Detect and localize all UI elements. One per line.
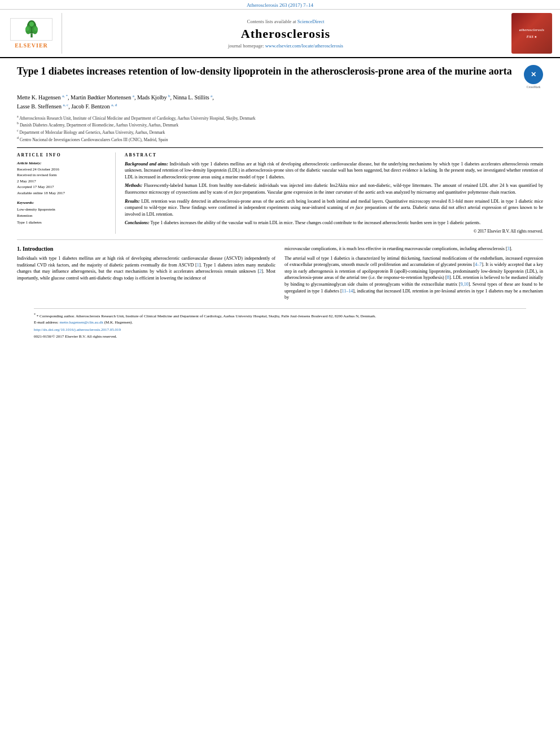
journal-logo-text: atherosclerosis <box>519 28 545 33</box>
section-divider-intro <box>17 239 543 240</box>
article-history-section: Article history: Received 24 October 201… <box>17 161 110 196</box>
sciencedirect-link[interactable]: ScienceDirect <box>298 19 325 24</box>
keyword-1: Low-density lipoprotein <box>17 207 110 213</box>
intro-paragraph-2: microvascular complications, it is much … <box>285 246 543 252</box>
intro-col-left: 1. Introduction Individuals with type 1 … <box>17 246 275 304</box>
journal-title: Atherosclerosis <box>241 27 330 41</box>
ref-9-10[interactable]: 9,10 <box>461 282 469 287</box>
ref-11-14[interactable]: 11–14 <box>342 289 353 294</box>
abstract-background: Background and aims: Individuals with ty… <box>125 161 543 181</box>
keywords-section: Keywords: Low-density lipoprotein Retent… <box>17 200 110 226</box>
author-sup-6: a, d <box>111 103 117 107</box>
background-text: Individuals with type 1 diabetes mellitu… <box>125 161 543 180</box>
ref-4-7[interactable]: 4–7 <box>475 262 482 267</box>
conclusions-label: Conclusions: <box>125 220 150 225</box>
results-label: Results: <box>125 199 140 204</box>
abstract-results: Results: LDL retention was readily detec… <box>125 198 543 218</box>
article-info-column: ARTICLE INFO Article history: Received 2… <box>17 152 116 234</box>
intro-col-right: microvascular complications, it is much … <box>285 246 543 304</box>
intro-paragraph-3: The arterial wall of type 1 diabetics is… <box>285 255 543 301</box>
abstract-copyright: © 2017 Elsevier B.V. All rights reserved… <box>125 229 543 234</box>
introduction-section: 1. Introduction Individuals with type 1 … <box>17 246 543 304</box>
abstract-heading: ABSTRACT <box>125 152 543 158</box>
article-title: Type 1 diabetes increases retention of l… <box>17 65 518 78</box>
author-sup-1: a, * <box>62 94 68 98</box>
abstract-column: ABSTRACT Background and aims: Individual… <box>125 152 543 234</box>
footnote-corresponding: * * Corresponding author. Atherosclerosi… <box>34 312 526 320</box>
svg-point-4 <box>29 22 33 27</box>
author-name-3: Mads Kjolby <box>137 94 167 101</box>
methods-label: Methods: <box>125 183 142 188</box>
homepage-line: journal homepage: www.elsevier.com/locat… <box>228 43 343 49</box>
author-name-6: Jacob F. Bentzon <box>71 104 110 110</box>
received-revised-label: Received in revised form <box>17 172 110 178</box>
keywords-heading: Keywords: <box>17 200 110 205</box>
journal-logo-fas: FAS ● <box>527 35 537 38</box>
footer-links: http://dx.doi.org/10.1016/j.atherosclero… <box>34 327 526 339</box>
journal-center-info: Contents lists available at ScienceDirec… <box>67 13 505 54</box>
affiliation-c: c Department of Molecular Biology and Ge… <box>17 128 543 136</box>
abstract-conclusions: Conclusions: Type 1 diabetes increases t… <box>125 220 543 226</box>
intro-paragraph-1: Individuals with type 1 diabetes mellitu… <box>17 255 275 281</box>
article-history-heading: Article history: <box>17 161 110 165</box>
journal-citation-bar: Atherosclerosis 263 (2017) 7–14 <box>0 0 560 10</box>
affiliation-a: a Atherosclerosis Research Unit, Institu… <box>17 114 543 121</box>
keyword-2: Retention <box>17 213 110 219</box>
author-name-1: Mette K. Hagensen <box>17 94 60 101</box>
conclusions-text: Type 1 diabetes increases the ability of… <box>150 220 480 225</box>
contents-available-text: Contents lists available at <box>247 19 298 24</box>
footnote-email: E-mail address: mette.hagensen@clin.au.d… <box>34 320 526 326</box>
affiliation-d: d Centro Nacional de Investigaciones Car… <box>17 136 543 143</box>
homepage-text: journal homepage: <box>228 43 265 49</box>
ref-1[interactable]: 1 <box>197 263 199 268</box>
abstract-methods: Methods: Fluorescently-labeled human LDL… <box>125 182 543 195</box>
ref-2[interactable]: 2 <box>259 269 261 274</box>
intro-section-heading: Introduction <box>23 246 53 252</box>
received-date: Received 24 October 2016 <box>17 167 110 173</box>
available-date: Available online 18 May 2017 <box>17 190 110 196</box>
email-label: E-mail address: <box>34 320 59 325</box>
elsevier-tree-icon <box>23 20 40 38</box>
elsevier-logo-container: ELSEVIER <box>6 13 62 54</box>
article-footer: * * Corresponding author. Atherosclerosi… <box>34 308 526 342</box>
article-info-heading: ARTICLE INFO <box>17 152 110 158</box>
svg-point-6 <box>34 27 38 31</box>
footnote-star-sup: * <box>34 313 36 316</box>
author-name-4: Ninna L. Stillits <box>173 94 209 101</box>
article-title-row: Type 1 diabetes increases retention of l… <box>17 65 543 89</box>
crossmark-wrapper: CrossMark <box>524 65 543 89</box>
author-sup-4: a <box>211 94 212 98</box>
journal-citation: Atherosclerosis 263 (2017) 7–14 <box>247 2 313 8</box>
intro-section-number: 1. <box>17 246 21 252</box>
journal-logo-container: atherosclerosis FAS ● <box>509 13 554 54</box>
authors-line: Mette K. Hagensen a, *, Martin Bødtker M… <box>17 93 543 112</box>
elsevier-icon <box>10 18 53 41</box>
crossmark-icon[interactable] <box>524 65 543 84</box>
journal-logo-box: atherosclerosis FAS ● <box>511 13 552 54</box>
author-name-5: Lasse B. Steffensen <box>17 104 62 110</box>
author-sup-5: a, c <box>63 103 68 107</box>
ref-8[interactable]: 8 <box>447 275 449 280</box>
main-body: 1. Introduction Individuals with type 1 … <box>0 239 560 342</box>
results-text: LDL retention was readily detected in at… <box>125 199 543 217</box>
author-name-2: Martin Bødtker Mortensen <box>71 94 131 101</box>
doi-link[interactable]: http://dx.doi.org/10.1016/j.atherosclero… <box>34 327 526 332</box>
journal-header: ELSEVIER Contents lists available at Sci… <box>0 10 560 58</box>
contents-available-line: Contents lists available at ScienceDirec… <box>247 19 325 24</box>
email-link[interactable]: mette.hagensen@clin.au.dk <box>60 320 103 325</box>
article-info-abstract-section: ARTICLE INFO Article history: Received 2… <box>17 147 543 234</box>
elsevier-name-label: ELSEVIER <box>15 42 48 49</box>
affiliation-b: b Danish Diabetes Academy, Department of… <box>17 121 543 128</box>
crossmark-label: CrossMark <box>527 85 540 89</box>
ref-3[interactable]: 3 <box>508 246 510 251</box>
smooth-text: smooth <box>342 262 355 267</box>
methods-text: Fluorescently-labeled human LDL from hea… <box>125 183 543 195</box>
keyword-3: Type 1 diabetes <box>17 220 110 226</box>
svg-point-5 <box>25 27 29 31</box>
svg-rect-0 <box>30 34 32 38</box>
homepage-link[interactable]: www.elsevier.com/locate/atherosclerosis <box>265 43 343 49</box>
intro-section-title: 1. Introduction <box>17 246 275 252</box>
background-label: Background and aims: <box>125 161 168 167</box>
email-suffix: (M.K. Hagensen). <box>104 320 133 325</box>
author-sup-2: a <box>133 94 134 98</box>
